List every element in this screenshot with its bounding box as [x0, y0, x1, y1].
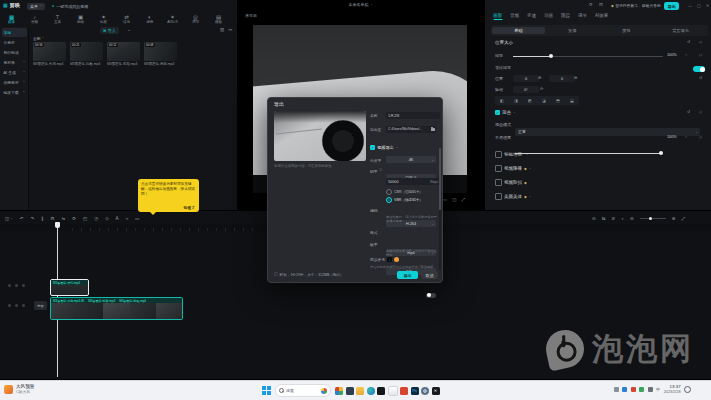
tooltip-got-it-button[interactable]: 知道了 [184, 205, 195, 210]
align-left-icon[interactable]: ◧ [500, 99, 504, 103]
import-more-icon[interactable]: ⌄ [127, 28, 131, 33]
tray-icon-5[interactable] [648, 387, 653, 392]
photoshop-icon[interactable]: Ps [411, 387, 419, 395]
media-item[interactable]: 00:08 M3雷霆版-尾部.mp4 [144, 42, 177, 66]
feature-row-enhance[interactable]: 智能增强 ⌄ [495, 151, 529, 158]
align-right-icon[interactable]: ◩ [528, 99, 532, 103]
subtab-background[interactable]: 背景填充 [654, 27, 707, 34]
text-tool-icon[interactable]: A [116, 216, 119, 221]
tab-speed[interactable]: 变速 [527, 13, 536, 18]
tray-icon-1[interactable] [614, 387, 619, 392]
sidebar-item-brand[interactable]: 品牌素材 › [2, 78, 27, 87]
position-y-field[interactable]: 0 [549, 75, 575, 82]
bitrate-input[interactable]: 50000 Kbps [386, 178, 440, 185]
sync-icon[interactable]: ⟳ [589, 3, 593, 8]
timeline-zoom-slider[interactable] [640, 218, 666, 219]
timeline-main-clip[interactable]: M3雷霆版-外观.mp4 4K M3雷霆版-轮毂.mp4 M3雷霆版-前脸.mp… [50, 297, 183, 320]
browse-folder-button[interactable] [429, 126, 436, 133]
filter-dropdown[interactable]: 全部 ⌄ [33, 36, 44, 41]
tab-adjust[interactable]: ◎ 调节 [184, 14, 207, 24]
clock[interactable]: 13:37 2023/2/28 [664, 384, 681, 394]
delete-icon[interactable]: ⊟ [51, 216, 55, 221]
video-export-row[interactable]: ✓ 视频导出 ⌄ [370, 145, 398, 150]
lock-track-icon[interactable] [22, 304, 25, 307]
layout-icon[interactable]: ⊟ [599, 3, 603, 8]
import-button[interactable]: ⊞ 导入 [100, 27, 119, 34]
ratio-icon[interactable]: ▭ [443, 198, 447, 203]
hide-track-icon[interactable] [15, 284, 18, 287]
tab-text[interactable]: T 文本 [46, 14, 69, 24]
name-input[interactable]: 1月2日 [386, 112, 440, 119]
curve-icon[interactable]: ≈ [126, 216, 128, 221]
video-export-checkbox[interactable]: ✓ [370, 145, 375, 150]
start-button[interactable] [262, 386, 271, 395]
keyframe-icon[interactable]: ◇ [699, 135, 702, 139]
maximize-icon[interactable]: ▢ [697, 4, 701, 8]
keyframe-icon[interactable]: ◇ [699, 53, 702, 57]
stabilize-checkbox[interactable] [495, 179, 502, 186]
hide-track-icon[interactable] [15, 304, 18, 307]
close-icon[interactable]: ✕ [706, 4, 709, 8]
enhance-checkbox[interactable] [495, 151, 502, 158]
tab-sticker[interactable]: ▣ 贴纸 [69, 14, 92, 24]
widgets-icon[interactable] [335, 387, 343, 395]
sidebar-item-local[interactable]: 本地 [2, 28, 27, 37]
blend-checkbox[interactable]: ✓ [495, 110, 500, 115]
path-input[interactable]: C:/Users/Wu/Videos/... [386, 126, 431, 133]
align-center-v-icon[interactable]: ⬒ [556, 99, 560, 103]
scale-slider[interactable] [513, 56, 663, 57]
tab-audio-props[interactable]: 音频 [510, 13, 519, 18]
tab-tracking[interactable]: 跟踪 [561, 13, 570, 18]
position-x-field[interactable]: 0 [513, 75, 539, 82]
linkage-icon[interactable]: ⇆ [602, 216, 606, 221]
media-item[interactable]: 00:21 M3雷霆版-轮毂.mp4 [70, 42, 103, 66]
search-box[interactable]: 搜索 [275, 384, 331, 397]
cbr-radio[interactable] [386, 189, 392, 195]
rotate-field[interactable]: 0° [513, 86, 539, 93]
stepper-icon[interactable]: ↕ [685, 135, 687, 139]
subtab-cutout[interactable]: 抠像 [546, 27, 599, 34]
sidebar-item-ai[interactable]: AI 生成 › [2, 68, 27, 77]
speed-icon[interactable]: ◷ [94, 216, 98, 221]
tab-template[interactable]: ▤ 模板 [207, 14, 230, 24]
media-item[interactable]: 00:16 M3雷霆版-外观.mp4 [33, 42, 66, 66]
media-item[interactable]: 00:12 M3雷霆版-前脸.mp4 [107, 42, 140, 66]
resolution-dropdown[interactable]: 4K ⌄ [386, 156, 436, 163]
grid-view-icon[interactable]: ▥ [220, 28, 224, 33]
tab-media[interactable]: ▦ 媒体 [0, 14, 23, 24]
capcut-icon[interactable] [377, 387, 385, 395]
keyframe-icon[interactable]: ◇ [699, 40, 702, 44]
undo-icon[interactable]: ↶ [20, 216, 24, 221]
tab-ai-effect[interactable]: AI效果 [595, 13, 608, 18]
keyframe-icon[interactable]: ◇ [105, 216, 108, 221]
tray-icon-4[interactable] [639, 387, 644, 392]
export-button[interactable]: 导出 [664, 2, 679, 10]
opacity-slider[interactable] [515, 153, 663, 154]
rotate-icon[interactable]: ⟳ [540, 87, 543, 91]
rotate-icon[interactable]: ⟳ [72, 216, 76, 221]
sidebar-item-cloud[interactable]: 云素材 [2, 38, 27, 47]
export-cover-preview[interactable] [274, 111, 366, 161]
promo-banner[interactable]: ● 一键完成同款视频 [52, 4, 88, 9]
publish-toggle[interactable] [426, 293, 436, 298]
slider-handle[interactable] [649, 217, 652, 220]
sidebar-item-library[interactable]: 素材库 › [2, 58, 27, 67]
magnet-icon[interactable]: ⊙ [592, 216, 596, 221]
tab-ai[interactable]: ✶ AI玩法 [161, 14, 184, 24]
target-icon[interactable]: ⌖ [621, 216, 624, 221]
redo-icon[interactable]: ↷ [31, 216, 35, 221]
zoom-in-icon[interactable]: ⊕ [672, 216, 676, 221]
login-promo[interactable]: ◆ 登录抖音账号，体验云备份 [611, 3, 661, 8]
link-icon[interactable]: ⊞ [538, 76, 541, 80]
tab-effect[interactable]: ✦ 特效 [92, 14, 115, 24]
dialog-scrollbar[interactable] [439, 148, 441, 270]
dialog-cancel-button[interactable]: 取消 [421, 271, 438, 279]
lock-track-icon[interactable] [22, 284, 25, 287]
denoise-checkbox[interactable] [495, 165, 502, 172]
edge-icon[interactable] [367, 387, 375, 395]
sidebar-item-presets[interactable]: 我的预设 [2, 48, 27, 57]
file-explorer-icon[interactable] [356, 387, 364, 395]
weather-widget[interactable]: 大风预警 C级大风 [4, 384, 34, 394]
language-indicator[interactable]: 中 [656, 387, 660, 392]
tab-transition[interactable]: ⇄ 转场 [115, 14, 138, 24]
